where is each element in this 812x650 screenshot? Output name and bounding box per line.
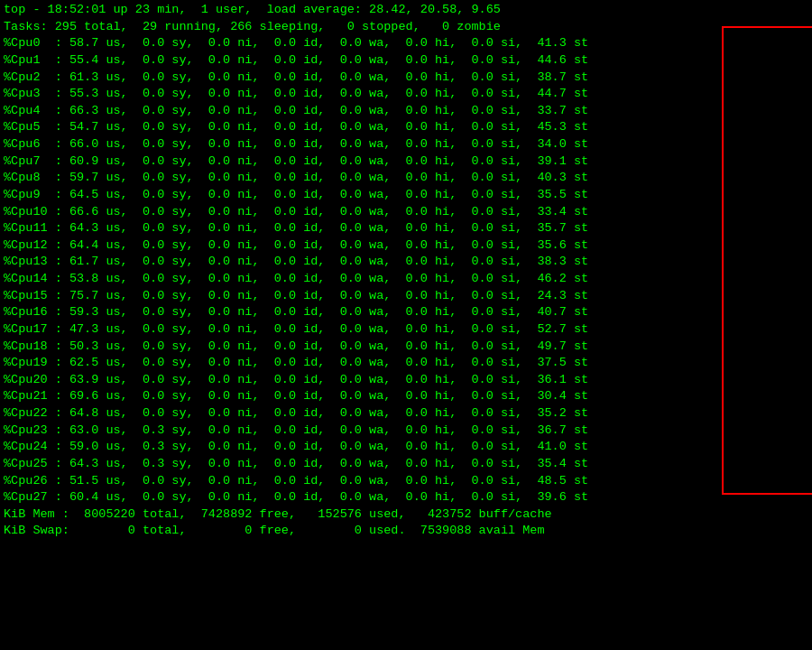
cpu-line-11: %Cpu11 : 64.3 us, 0.0 sy, 0.0 ni, 0.0 id… [4, 220, 808, 237]
swap-line: KiB Swap: 0 total, 0 free, 0 used. 75390… [4, 523, 808, 540]
cpu-line-26: %Cpu26 : 51.5 us, 0.0 sy, 0.0 ni, 0.0 id… [4, 473, 808, 490]
cpu-line-10: %Cpu10 : 66.6 us, 0.0 sy, 0.0 ni, 0.0 id… [4, 204, 808, 221]
terminal: top - 18:52:01 up 23 min, 1 user, load a… [4, 2, 808, 648]
cpu-line-6: %Cpu6 : 66.0 us, 0.0 sy, 0.0 ni, 0.0 id,… [4, 136, 808, 153]
cpu-line-2: %Cpu2 : 61.3 us, 0.0 sy, 0.0 ni, 0.0 id,… [4, 70, 808, 87]
cpu-line-27: %Cpu27 : 60.4 us, 0.0 sy, 0.0 ni, 0.0 id… [4, 489, 808, 506]
cpu-line-4: %Cpu4 : 66.3 us, 0.0 sy, 0.0 ni, 0.0 id,… [4, 103, 808, 120]
cpu-line-5: %Cpu5 : 54.7 us, 0.0 sy, 0.0 ni, 0.0 id,… [4, 119, 808, 136]
cpu-line-16: %Cpu16 : 59.3 us, 0.0 sy, 0.0 ni, 0.0 id… [4, 304, 808, 321]
header-line1: top - 18:52:01 up 23 min, 1 user, load a… [4, 2, 808, 19]
header-line2: Tasks: 295 total, 29 running, 266 sleepi… [4, 19, 808, 36]
cpu-line-18: %Cpu18 : 50.3 us, 0.0 sy, 0.0 ni, 0.0 id… [4, 339, 808, 356]
cpu-line-0: %Cpu0 : 58.7 us, 0.0 sy, 0.0 ni, 0.0 id,… [4, 35, 808, 52]
cpu-line-9: %Cpu9 : 64.5 us, 0.0 sy, 0.0 ni, 0.0 id,… [4, 187, 808, 204]
cpu-line-3: %Cpu3 : 55.3 us, 0.0 sy, 0.0 ni, 0.0 id,… [4, 86, 808, 103]
cpu-line-15: %Cpu15 : 75.7 us, 0.0 sy, 0.0 ni, 0.0 id… [4, 288, 808, 305]
cpu-line-23: %Cpu23 : 63.0 us, 0.3 sy, 0.0 ni, 0.0 id… [4, 422, 808, 440]
cpu-line-22: %Cpu22 : 64.8 us, 0.0 sy, 0.0 ni, 0.0 id… [4, 405, 808, 422]
cpu-line-12: %Cpu12 : 64.4 us, 0.0 sy, 0.0 ni, 0.0 id… [4, 237, 808, 255]
cpu-line-25: %Cpu25 : 64.3 us, 0.3 sy, 0.0 ni, 0.0 id… [4, 456, 808, 473]
cpu-lines: %Cpu0 : 58.7 us, 0.0 sy, 0.0 ni, 0.0 id,… [4, 35, 808, 506]
cpu-line-21: %Cpu21 : 69.6 us, 0.0 sy, 0.0 ni, 0.0 id… [4, 388, 808, 405]
cpu-line-14: %Cpu14 : 53.8 us, 0.0 sy, 0.0 ni, 0.0 id… [4, 271, 808, 288]
cpu-line-8: %Cpu8 : 59.7 us, 0.0 sy, 0.0 ni, 0.0 id,… [4, 170, 808, 187]
cpu-line-13: %Cpu13 : 61.7 us, 0.0 sy, 0.0 ni, 0.0 id… [4, 254, 808, 271]
mem-line: KiB Mem : 8005220 total, 7428892 free, 1… [4, 506, 808, 524]
cpu-line-1: %Cpu1 : 55.4 us, 0.0 sy, 0.0 ni, 0.0 id,… [4, 52, 808, 70]
cpu-line-24: %Cpu24 : 59.0 us, 0.3 sy, 0.0 ni, 0.0 id… [4, 439, 808, 456]
cpu-line-20: %Cpu20 : 63.9 us, 0.0 sy, 0.0 ni, 0.0 id… [4, 372, 808, 389]
cpu-line-19: %Cpu19 : 62.5 us, 0.0 sy, 0.0 ni, 0.0 id… [4, 355, 808, 372]
cpu-line-17: %Cpu17 : 47.3 us, 0.0 sy, 0.0 ni, 0.0 id… [4, 321, 808, 339]
cpu-line-7: %Cpu7 : 60.9 us, 0.0 sy, 0.0 ni, 0.0 id,… [4, 153, 808, 171]
